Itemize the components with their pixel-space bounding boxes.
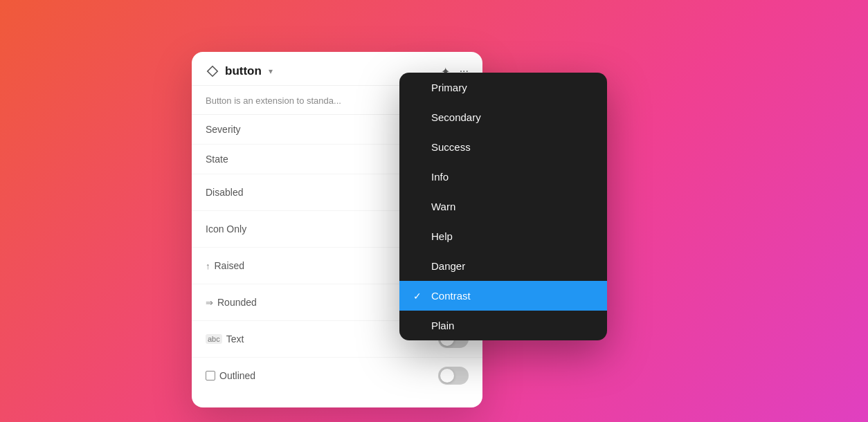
icon-only-label: Icon Only	[206, 223, 246, 235]
raised-icon: ↑	[206, 261, 210, 271]
dropdown-label-help: Help	[431, 230, 453, 242]
panel-title-group: button ▾	[206, 64, 273, 78]
rounded-label: ⇒ Rounded	[206, 297, 257, 308]
rounded-icon: ⇒	[206, 297, 213, 308]
disabled-label: Disabled	[206, 187, 243, 198]
text-label: abc Text	[206, 333, 244, 345]
dropdown-label-info: Info	[431, 171, 449, 183]
dropdown-item-success[interactable]: ✓ Success	[399, 132, 607, 162]
severity-label: Severity	[206, 124, 241, 135]
panel-title: button	[225, 64, 262, 78]
dropdown-item-help[interactable]: ✓ Help	[399, 221, 607, 251]
dropdown-label-plain: Plain	[431, 320, 454, 331]
dropdown-item-info[interactable]: ✓ Info	[399, 162, 607, 192]
dropdown-item-plain[interactable]: ✓ Plain	[399, 311, 607, 340]
outlined-icon	[206, 371, 215, 380]
dropdown-item-primary[interactable]: ✓ Primary	[399, 73, 607, 102]
text-icon: abc	[206, 334, 222, 344]
dropdown-label-primary: Primary	[431, 82, 467, 93]
check-icon-contrast: ✓	[413, 291, 424, 302]
dropdown-label-success: Success	[431, 141, 471, 153]
outlined-toggle[interactable]	[438, 367, 469, 385]
dropdown-label-danger: Danger	[431, 260, 465, 272]
scene: button ▾ ✦ ··· Button is an extension to…	[192, 31, 676, 391]
severity-dropdown: ✓ Primary ✓ Secondary ✓ Success ✓ Info ✓…	[399, 73, 607, 340]
state-label: State	[206, 154, 228, 165]
title-chevron-icon[interactable]: ▾	[269, 66, 273, 76]
dropdown-label-warn: Warn	[431, 201, 455, 212]
dropdown-item-warn[interactable]: ✓ Warn	[399, 192, 607, 221]
dropdown-item-contrast[interactable]: ✓ Contrast	[399, 281, 607, 311]
raised-label: ↑ Raised	[206, 260, 244, 271]
diamond-icon	[206, 64, 219, 78]
dropdown-label-contrast: Contrast	[431, 290, 471, 302]
outlined-row: Outlined	[192, 358, 482, 394]
dropdown-label-secondary: Secondary	[431, 111, 481, 123]
outlined-label: Outlined	[206, 370, 255, 381]
dropdown-item-secondary[interactable]: ✓ Secondary	[399, 102, 607, 132]
dropdown-item-danger[interactable]: ✓ Danger	[399, 251, 607, 281]
